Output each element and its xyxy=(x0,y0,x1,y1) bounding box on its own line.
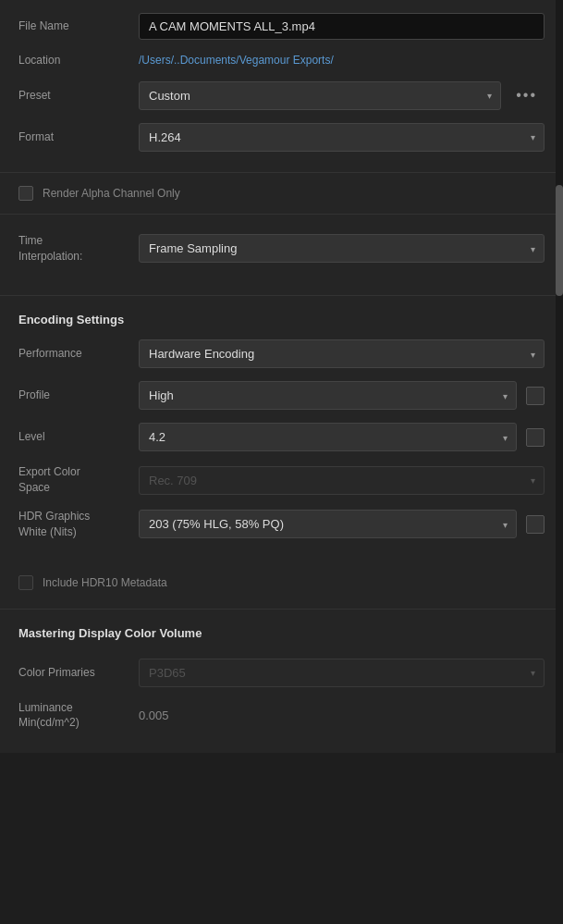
level-checkbox[interactable] xyxy=(526,428,545,447)
color-primaries-label: Color Primaries xyxy=(18,665,139,681)
luminance-row: Luminance Min(cd/m^2) 0.005 xyxy=(18,700,545,732)
hdr-row: HDR Graphics White (Nits) 203 (75% HLG, … xyxy=(18,509,545,540)
performance-wrapper: Hardware Encoding Software Encoding ▾ xyxy=(139,339,545,368)
time-interp-wrapper: Frame Sampling Frame Blending Optical Fl… xyxy=(139,234,545,263)
format-wrapper: H.264 H.265 ProRes DNxHD ▾ xyxy=(139,123,545,152)
location-row: Location /Users/..Documents/Vegamour Exp… xyxy=(18,53,545,68)
profile-checkbox[interactable] xyxy=(526,387,545,405)
format-row: Format H.264 H.265 ProRes DNxHD ▾ xyxy=(18,123,545,152)
render-alpha-label: Render Alpha Channel Only xyxy=(43,187,180,200)
color-primaries-row: Color Primaries P3D65 ▾ xyxy=(18,659,545,687)
level-select[interactable]: 4.2 4.1 4.0 3.1 xyxy=(139,423,517,451)
hdr-select[interactable]: 203 (75% HLG, 58% PQ) 100 203 1000 xyxy=(139,510,517,538)
color-primaries-wrapper: P3D65 ▾ xyxy=(139,659,545,687)
encoding-section-title: Encoding Settings xyxy=(0,300,563,336)
profile-wrapper: High Main Baseline ▾ xyxy=(139,381,517,410)
time-interp-row: Time Interpolation: Frame Sampling Frame… xyxy=(18,233,545,265)
time-interp-select[interactable]: Frame Sampling Frame Blending Optical Fl… xyxy=(139,234,545,263)
export-color-row: Export Color Space Rec. 709 ▾ xyxy=(18,464,545,496)
file-name-label: File Name xyxy=(18,18,139,34)
preset-label: Preset xyxy=(18,88,139,104)
file-name-input[interactable] xyxy=(139,13,545,40)
export-color-select: Rec. 709 xyxy=(139,466,545,495)
luminance-label: Luminance Min(cd/m^2) xyxy=(18,700,139,732)
include-hdr-label: Include HDR10 Metadata xyxy=(43,576,167,589)
divider-4 xyxy=(0,609,563,610)
preset-row: Preset Custom Default High Quality Web ▾… xyxy=(18,81,545,110)
level-wrapper: 4.2 4.1 4.0 3.1 ▾ xyxy=(139,423,517,451)
luminance-value: 0.005 xyxy=(139,708,169,722)
performance-label: Performance xyxy=(18,346,139,362)
level-label: Level xyxy=(18,429,139,445)
render-alpha-row: Render Alpha Channel Only xyxy=(0,177,563,210)
hdr-checkbox[interactable] xyxy=(526,515,545,534)
color-primaries-select: P3D65 xyxy=(139,659,545,687)
preset-select[interactable]: Custom Default High Quality Web xyxy=(139,81,501,110)
profile-select[interactable]: High Main Baseline xyxy=(139,381,517,410)
hdr-wrapper: 203 (75% HLG, 58% PQ) 100 203 1000 ▾ xyxy=(139,510,517,538)
performance-row: Performance Hardware Encoding Software E… xyxy=(18,339,545,368)
location-label: Location xyxy=(18,53,139,68)
export-color-label: Export Color Space xyxy=(18,464,139,496)
mastering-section-title: Mastering Display Color Volume xyxy=(0,613,563,649)
preset-wrapper: Custom Default High Quality Web ▾ xyxy=(139,81,501,110)
format-label: Format xyxy=(18,129,139,145)
level-row: Level 4.2 4.1 4.0 3.1 ▾ xyxy=(18,423,545,451)
export-panel: File Name Location /Users/..Documents/Ve… xyxy=(0,0,563,753)
include-hdr-checkbox[interactable] xyxy=(18,575,33,590)
divider-1 xyxy=(0,172,563,173)
include-hdr-row: Include HDR10 Metadata xyxy=(0,566,563,605)
location-link[interactable]: /Users/..Documents/Vegamour Exports/ xyxy=(139,54,334,67)
profile-row: Profile High Main Baseline ▾ xyxy=(18,381,545,410)
render-alpha-checkbox[interactable] xyxy=(18,186,33,201)
divider-2 xyxy=(0,214,563,215)
more-options-button[interactable]: ••• xyxy=(508,83,545,107)
file-name-row: File Name xyxy=(18,13,545,40)
scrollbar-track[interactable] xyxy=(556,0,563,753)
hdr-label: HDR Graphics White (Nits) xyxy=(18,509,139,540)
performance-select[interactable]: Hardware Encoding Software Encoding xyxy=(139,339,545,368)
mastering-section: Color Primaries P3D65 ▾ Luminance Min(cd… xyxy=(0,649,563,754)
profile-label: Profile xyxy=(18,388,139,403)
export-color-wrapper: Rec. 709 ▾ xyxy=(139,466,545,495)
divider-3 xyxy=(0,295,563,296)
scrollbar-thumb[interactable] xyxy=(556,185,563,296)
time-interp-label: Time Interpolation: xyxy=(18,233,139,265)
format-select[interactable]: H.264 H.265 ProRes DNxHD xyxy=(139,123,545,152)
